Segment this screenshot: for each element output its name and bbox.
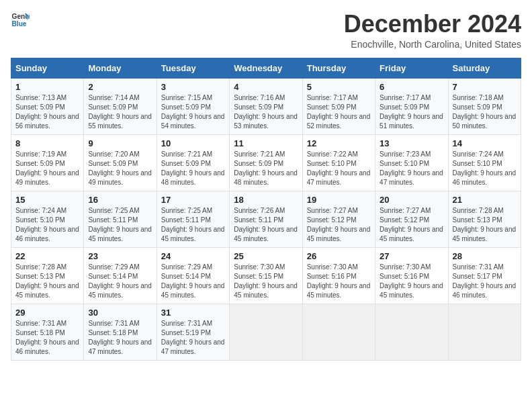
calendar-cell: 4Sunrise: 7:16 AMSunset: 5:09 PMDaylight… <box>230 78 302 134</box>
day-info: Sunrise: 7:20 AMSunset: 5:09 PMDaylight:… <box>88 150 152 186</box>
day-header-wednesday: Wednesday <box>230 58 302 78</box>
day-info: Sunrise: 7:24 AMSunset: 5:10 PMDaylight:… <box>15 207 79 242</box>
calendar-cell: 23Sunrise: 7:29 AMSunset: 5:14 PMDayligh… <box>84 247 157 304</box>
calendar-subtitle: Enochville, North Carolina, United State… <box>344 39 521 50</box>
calendar-cell: 15Sunrise: 7:24 AMSunset: 5:10 PMDayligh… <box>11 191 84 247</box>
day-number: 15 <box>15 195 79 205</box>
day-info: Sunrise: 7:19 AMSunset: 5:09 PMDaylight:… <box>15 150 79 186</box>
day-info: Sunrise: 7:30 AMSunset: 5:16 PMDaylight:… <box>380 263 443 299</box>
calendar-cell: 13Sunrise: 7:23 AMSunset: 5:10 PMDayligh… <box>375 134 448 191</box>
day-info: Sunrise: 7:15 AMSunset: 5:09 PMDaylight:… <box>161 94 225 130</box>
calendar-cell: 2Sunrise: 7:14 AMSunset: 5:09 PMDaylight… <box>84 78 157 134</box>
day-info: Sunrise: 7:31 AMSunset: 5:18 PMDaylight:… <box>15 320 79 355</box>
calendar-cell: 20Sunrise: 7:27 AMSunset: 5:12 PMDayligh… <box>375 191 448 247</box>
calendar-cell: 14Sunrise: 7:24 AMSunset: 5:10 PMDayligh… <box>448 134 521 191</box>
day-number: 20 <box>380 195 443 205</box>
day-number: 24 <box>161 251 225 261</box>
day-number: 16 <box>88 195 152 205</box>
day-info: Sunrise: 7:27 AMSunset: 5:12 PMDaylight:… <box>380 207 443 242</box>
svg-text:Blue: Blue <box>12 20 27 28</box>
week-row-5: 29Sunrise: 7:31 AMSunset: 5:18 PMDayligh… <box>11 304 521 360</box>
calendar-cell: 1Sunrise: 7:13 AMSunset: 5:09 PMDaylight… <box>11 78 84 134</box>
calendar-body: 1Sunrise: 7:13 AMSunset: 5:09 PMDaylight… <box>11 78 521 360</box>
day-number: 2 <box>88 82 152 92</box>
calendar-cell: 25Sunrise: 7:30 AMSunset: 5:15 PMDayligh… <box>230 247 302 304</box>
calendar-title: December 2024 <box>344 11 521 38</box>
day-info: Sunrise: 7:25 AMSunset: 5:11 PMDaylight:… <box>88 207 152 242</box>
calendar-cell <box>302 304 375 360</box>
day-header-saturday: Saturday <box>448 58 521 78</box>
calendar-cell: 8Sunrise: 7:19 AMSunset: 5:09 PMDaylight… <box>11 134 84 191</box>
day-header-monday: Monday <box>84 58 157 78</box>
calendar-cell: 18Sunrise: 7:26 AMSunset: 5:11 PMDayligh… <box>230 191 302 247</box>
day-info: Sunrise: 7:31 AMSunset: 5:18 PMDaylight:… <box>88 320 152 355</box>
day-number: 31 <box>161 308 225 318</box>
day-number: 4 <box>234 82 298 92</box>
calendar-cell: 17Sunrise: 7:25 AMSunset: 5:11 PMDayligh… <box>157 191 229 247</box>
calendar-cell <box>230 304 302 360</box>
day-info: Sunrise: 7:13 AMSunset: 5:09 PMDaylight:… <box>15 94 79 130</box>
day-info: Sunrise: 7:28 AMSunset: 5:13 PMDaylight:… <box>453 207 517 242</box>
calendar-cell: 31Sunrise: 7:31 AMSunset: 5:19 PMDayligh… <box>157 304 229 360</box>
week-row-2: 8Sunrise: 7:19 AMSunset: 5:09 PMDaylight… <box>11 134 521 191</box>
day-number: 12 <box>307 138 371 148</box>
calendar-cell: 19Sunrise: 7:27 AMSunset: 5:12 PMDayligh… <box>302 191 375 247</box>
day-info: Sunrise: 7:23 AMSunset: 5:10 PMDaylight:… <box>380 150 443 186</box>
day-number: 13 <box>380 138 443 148</box>
calendar-cell: 7Sunrise: 7:18 AMSunset: 5:09 PMDaylight… <box>448 78 521 134</box>
day-info: Sunrise: 7:21 AMSunset: 5:09 PMDaylight:… <box>234 150 298 186</box>
day-number: 22 <box>15 251 79 261</box>
day-info: Sunrise: 7:29 AMSunset: 5:14 PMDaylight:… <box>88 263 152 299</box>
day-number: 8 <box>15 138 79 148</box>
calendar-cell <box>375 304 448 360</box>
day-number: 7 <box>453 82 517 92</box>
day-info: Sunrise: 7:28 AMSunset: 5:13 PMDaylight:… <box>15 263 79 299</box>
day-number: 3 <box>161 82 225 92</box>
day-info: Sunrise: 7:30 AMSunset: 5:15 PMDaylight:… <box>234 263 298 299</box>
week-row-3: 15Sunrise: 7:24 AMSunset: 5:10 PMDayligh… <box>11 191 521 247</box>
calendar-cell: 10Sunrise: 7:21 AMSunset: 5:09 PMDayligh… <box>157 134 229 191</box>
calendar-cell: 12Sunrise: 7:22 AMSunset: 5:10 PMDayligh… <box>302 134 375 191</box>
day-info: Sunrise: 7:14 AMSunset: 5:09 PMDaylight:… <box>88 94 152 130</box>
title-area: December 2024 Enochville, North Carolina… <box>344 11 521 50</box>
day-info: Sunrise: 7:21 AMSunset: 5:09 PMDaylight:… <box>161 150 225 186</box>
calendar-cell: 9Sunrise: 7:20 AMSunset: 5:09 PMDaylight… <box>84 134 157 191</box>
day-number: 23 <box>88 251 152 261</box>
calendar-cell: 16Sunrise: 7:25 AMSunset: 5:11 PMDayligh… <box>84 191 157 247</box>
day-number: 28 <box>453 251 517 261</box>
day-number: 9 <box>88 138 152 148</box>
day-info: Sunrise: 7:31 AMSunset: 5:17 PMDaylight:… <box>453 263 517 299</box>
calendar-cell: 3Sunrise: 7:15 AMSunset: 5:09 PMDaylight… <box>157 78 229 134</box>
day-info: Sunrise: 7:27 AMSunset: 5:12 PMDaylight:… <box>307 207 371 242</box>
day-number: 6 <box>380 82 443 92</box>
day-header-tuesday: Tuesday <box>157 58 229 78</box>
day-number: 10 <box>161 138 225 148</box>
day-header-thursday: Thursday <box>302 58 375 78</box>
calendar-table: SundayMondayTuesdayWednesdayThursdayFrid… <box>11 58 521 361</box>
day-info: Sunrise: 7:30 AMSunset: 5:16 PMDaylight:… <box>307 263 371 299</box>
day-info: Sunrise: 7:24 AMSunset: 5:10 PMDaylight:… <box>453 150 517 186</box>
day-number: 19 <box>307 195 371 205</box>
day-number: 27 <box>380 251 443 261</box>
day-info: Sunrise: 7:31 AMSunset: 5:19 PMDaylight:… <box>161 320 225 355</box>
day-number: 26 <box>307 251 371 261</box>
day-info: Sunrise: 7:18 AMSunset: 5:09 PMDaylight:… <box>453 94 517 130</box>
week-row-1: 1Sunrise: 7:13 AMSunset: 5:09 PMDaylight… <box>11 78 521 134</box>
calendar-cell: 21Sunrise: 7:28 AMSunset: 5:13 PMDayligh… <box>448 191 521 247</box>
day-header-friday: Friday <box>375 58 448 78</box>
calendar-header-row: SundayMondayTuesdayWednesdayThursdayFrid… <box>11 58 521 78</box>
day-info: Sunrise: 7:16 AMSunset: 5:09 PMDaylight:… <box>234 94 298 130</box>
day-number: 17 <box>161 195 225 205</box>
calendar-cell: 22Sunrise: 7:28 AMSunset: 5:13 PMDayligh… <box>11 247 84 304</box>
logo-icon: General Blue <box>11 11 30 30</box>
week-row-4: 22Sunrise: 7:28 AMSunset: 5:13 PMDayligh… <box>11 247 521 304</box>
day-number: 25 <box>234 251 298 261</box>
day-info: Sunrise: 7:17 AMSunset: 5:09 PMDaylight:… <box>380 94 443 130</box>
day-number: 5 <box>307 82 371 92</box>
calendar-cell: 27Sunrise: 7:30 AMSunset: 5:16 PMDayligh… <box>375 247 448 304</box>
day-number: 21 <box>453 195 517 205</box>
calendar-cell: 28Sunrise: 7:31 AMSunset: 5:17 PMDayligh… <box>448 247 521 304</box>
calendar-cell: 24Sunrise: 7:29 AMSunset: 5:14 PMDayligh… <box>157 247 229 304</box>
calendar-cell: 26Sunrise: 7:30 AMSunset: 5:16 PMDayligh… <box>302 247 375 304</box>
logo: General Blue <box>11 11 30 30</box>
